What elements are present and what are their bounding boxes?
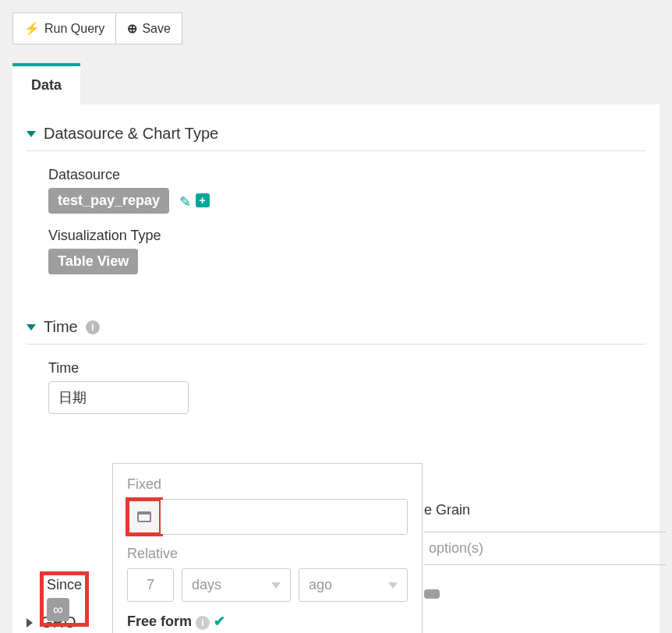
caret-down-icon [27,131,36,137]
since-label: Since [47,577,82,593]
calendar-addon[interactable] [128,500,161,534]
calendar-icon [137,511,151,522]
divider [27,344,645,345]
time-grain-label: e Grain [424,502,470,518]
relative-number-value: 7 [147,577,154,592]
relative-unit-value: days [192,577,221,593]
check-icon: ✔ [214,614,225,629]
info-icon[interactable]: i [86,320,100,334]
tabs-bar: Data [12,66,660,104]
tab-data-label: Data [31,77,62,93]
freeform-label-text: Free form [127,614,192,629]
relative-direction-value: ago [309,577,332,593]
viz-type-label: Visualization Type [48,228,645,244]
fixed-date-input-group [127,499,408,535]
data-panel: Datasource & Chart Type Datasource test_… [12,104,660,633]
fixed-date-input[interactable] [161,500,407,534]
top-toolbar: ⚡ Run Query ⊕ Save [12,12,660,44]
plus-circle-icon: ⊕ [127,21,137,36]
relative-number-input[interactable]: 7 [127,568,174,602]
info-icon[interactable]: i [196,616,210,630]
section-datasource-header[interactable]: Datasource & Chart Type [27,118,645,143]
infinity-icon: ∞ [53,603,63,617]
datasource-chip[interactable]: test_pay_repay [48,188,169,214]
time-column-value: 日期 [58,390,87,405]
time-grain-select[interactable]: option(s) [424,532,666,565]
datasource-label: Datasource [48,167,645,183]
caret-down-icon [27,324,36,331]
relative-label: Relative [127,546,408,562]
chevron-down-icon [388,582,398,589]
add-datasource-icon[interactable]: + [196,193,210,207]
section-datasource-title: Datasource & Chart Type [44,125,218,143]
freeform-label: Free form i ✔ [127,613,408,630]
viz-type-value: Table View [58,253,129,269]
save-button[interactable]: ⊕ Save [116,12,182,44]
time-picker-popover: Fixed Relative 7 days ago [112,463,423,633]
chevron-down-icon [271,582,281,589]
section-time-title: Time [44,318,78,336]
since-chip[interactable]: ∞ [47,598,69,621]
run-query-label: Run Query [44,22,104,36]
run-query-button[interactable]: ⚡ Run Query [12,12,116,44]
datasource-value: test_pay_repay [58,193,160,208]
relative-direction-select[interactable]: ago [299,568,408,602]
fixed-label: Fixed [127,476,408,493]
section-time-header[interactable]: Time i [27,312,645,336]
time-column-select[interactable]: 日期 [48,381,189,414]
relative-unit-select[interactable]: days [182,568,291,602]
divider [27,150,645,151]
save-label: Save [142,22,170,36]
tab-data[interactable]: Data [12,66,80,104]
until-chip[interactable] [424,589,440,599]
time-column-label: Time [48,360,645,377]
edit-datasource-icon[interactable]: ✎ [179,193,191,210]
time-grain-placeholder: option(s) [429,540,483,556]
viz-type-chip[interactable]: Table View [48,249,138,274]
caret-right-icon [27,618,33,628]
bolt-icon: ⚡ [24,21,40,36]
